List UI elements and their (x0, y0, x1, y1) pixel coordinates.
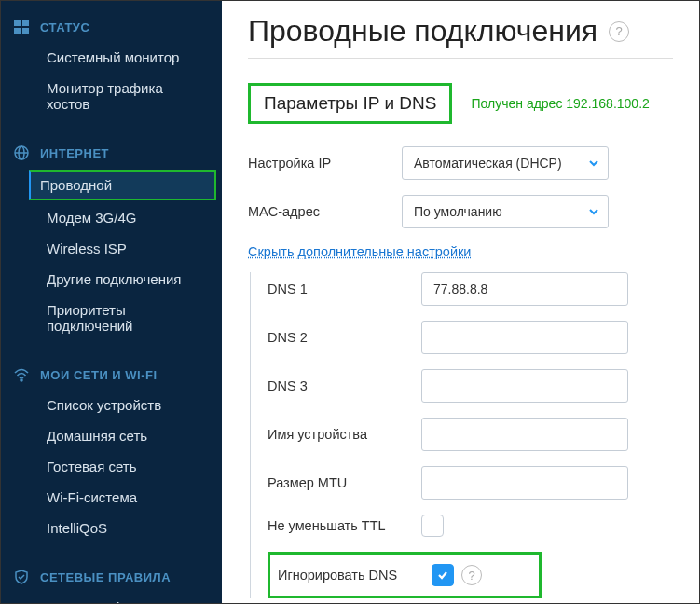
sidebar-item-system-monitor[interactable]: Системный монитор (1, 42, 222, 73)
page-title-row: Проводные подключения ? (248, 14, 673, 48)
toggle-advanced-link[interactable]: Скрыть дополнительные настройки (248, 244, 471, 259)
sidebar-item-other-conn[interactable]: Другие подключения (1, 264, 222, 295)
grid-icon (14, 20, 29, 34)
sidebar-section-rules: СЕТЕВЫЕ ПРАВИЛА (1, 560, 222, 592)
sidebar-item-modem[interactable]: Модем 3G/4G (1, 202, 222, 233)
row-hostname: Имя устройства (268, 418, 673, 451)
sidebar-item-home-net[interactable]: Домашняя сеть (1, 420, 222, 451)
check-icon (436, 569, 449, 582)
ttl-checkbox[interactable] (421, 515, 444, 537)
dns3-input[interactable] (421, 369, 628, 403)
ip-config-select-wrap: Автоматическая (DHCP) (402, 146, 609, 180)
hostname-label: Имя устройства (268, 427, 421, 442)
shield-icon (14, 570, 29, 584)
sidebar-section-label: МОИ СЕТИ И WI-FI (40, 368, 158, 382)
dns1-label: DNS 1 (268, 281, 421, 296)
mac-select-wrap: По умолчанию (402, 195, 609, 228)
main-content: Проводные подключения ? Параметры IP и D… (222, 1, 699, 603)
sidebar-item-wifi-system[interactable]: Wi-Fi-система (1, 482, 222, 513)
page-title: Проводные подключения (248, 14, 597, 48)
svg-point-7 (21, 379, 22, 381)
help-icon[interactable]: ? (609, 21, 629, 42)
section-title-highlight: Параметры IP и DNS (248, 83, 452, 124)
advanced-settings: DNS 1 DNS 2 DNS 3 Имя устройства Размер … (250, 272, 673, 598)
row-ignore-dns: Игнорировать DNS ? (268, 552, 542, 598)
dns2-label: DNS 2 (268, 330, 421, 345)
mtu-label: Размер MTU (268, 475, 421, 490)
svg-rect-2 (14, 28, 21, 34)
sidebar-item-traffic-monitor[interactable]: Монитор трафика хостов (1, 73, 222, 119)
ip-config-label: Настройка IP (248, 156, 402, 171)
sidebar-section-internet: ИНТЕРНЕТ (1, 136, 222, 168)
sidebar-section-label: ИНТЕРНЕТ (40, 146, 109, 160)
dns2-input[interactable] (421, 321, 628, 354)
row-ttl: Не уменьшать TTL (268, 515, 673, 537)
sidebar-item-wired[interactable]: Проводной (29, 170, 216, 200)
ttl-label: Не уменьшать TTL (268, 518, 421, 533)
dns1-input[interactable] (421, 272, 628, 306)
globe-icon (14, 145, 29, 160)
sidebar-section-label: СТАТУС (40, 21, 89, 34)
sidebar-section-label: СЕТЕВЫЕ ПРАВИЛА (40, 570, 171, 584)
row-dns3: DNS 3 (268, 369, 673, 403)
ignore-dns-checkbox[interactable] (432, 564, 454, 586)
section-title: Параметры IP и DNS (264, 93, 436, 113)
divider (248, 58, 673, 59)
svg-rect-0 (14, 20, 21, 26)
row-dns2: DNS 2 (268, 321, 673, 354)
mac-select[interactable]: По умолчанию (402, 195, 609, 228)
sidebar-item-inet-filter[interactable]: Интернет-фильтр (1, 592, 222, 603)
mac-label: MAC-адрес (248, 204, 402, 219)
row-mtu: Размер MTU (268, 466, 673, 500)
svg-rect-3 (22, 28, 29, 34)
help-icon[interactable]: ? (461, 565, 482, 585)
sidebar-item-priorities[interactable]: Приоритеты подключений (1, 295, 222, 341)
svg-rect-1 (22, 20, 29, 26)
sidebar-item-wisp[interactable]: Wireless ISP (1, 233, 222, 264)
sidebar: СТАТУС Системный монитор Монитор трафика… (1, 1, 222, 603)
row-dns1: DNS 1 (268, 272, 673, 306)
row-ip-config: Настройка IP Автоматическая (DHCP) (248, 146, 673, 180)
wifi-icon (14, 367, 29, 382)
sidebar-item-intelliqos[interactable]: IntelliQoS (1, 513, 222, 543)
hostname-input[interactable] (421, 418, 628, 451)
sidebar-section-networks: МОИ СЕТИ И WI-FI (1, 358, 222, 390)
row-mac: MAC-адрес По умолчанию (248, 195, 673, 228)
ip-status: Получен адрес 192.168.100.2 (471, 96, 649, 111)
sidebar-section-status: СТАТУС (1, 10, 222, 42)
ip-config-select[interactable]: Автоматическая (DHCP) (402, 146, 609, 180)
sidebar-item-guest-net[interactable]: Гостевая сеть (1, 451, 222, 482)
mtu-input[interactable] (421, 466, 628, 500)
ignore-dns-label: Игнорировать DNS (278, 568, 432, 583)
section-header-row: Параметры IP и DNS Получен адрес 192.168… (248, 83, 673, 124)
dns3-label: DNS 3 (268, 378, 421, 393)
sidebar-item-devices[interactable]: Список устройств (1, 390, 222, 420)
